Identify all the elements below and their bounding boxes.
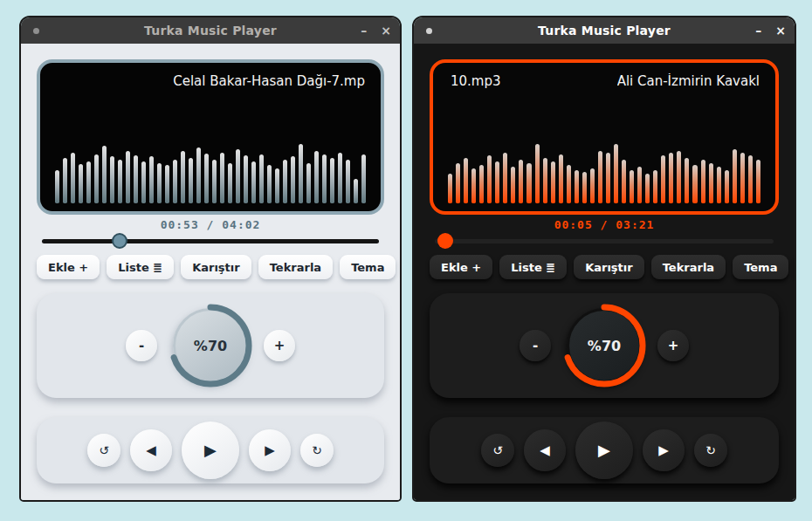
- window-menu-dot-icon[interactable]: [426, 28, 432, 34]
- seek-back-icon[interactable]: ↺: [481, 434, 514, 467]
- visualizer-bars: [55, 142, 366, 203]
- playlist-button[interactable]: Liste ≣: [107, 255, 174, 279]
- volume-panel: - %70 +: [430, 293, 779, 398]
- song-title: Ali Can-İzmirin Kavakl: [617, 73, 760, 89]
- add-file-button[interactable]: Ekle +: [37, 255, 100, 279]
- player-body: Celal Bakar-Hasan Dağı-7.mp 00:53 / 04:0…: [21, 44, 400, 502]
- moon-icon[interactable]: ☾: [795, 255, 796, 279]
- volume-arc: [561, 303, 647, 388]
- music-player-window-dark: Turka Music Player – × 10.mp3 Ali Can-İz…: [412, 16, 796, 502]
- theme-button[interactable]: Tema: [340, 255, 396, 279]
- shuffle-button[interactable]: Karıştır: [574, 255, 644, 279]
- playback-panel: ↺ ◀ ▶ ▶ ↻: [37, 417, 384, 483]
- song-title: Celal Bakar-Hasan Dağı-7.mp: [173, 73, 365, 89]
- progress-track[interactable]: [42, 239, 379, 243]
- current-filename: 10.mp3: [451, 73, 501, 89]
- progress-handle[interactable]: [112, 233, 127, 249]
- volume-up-button[interactable]: +: [264, 330, 295, 361]
- progress-slider[interactable]: [435, 232, 774, 250]
- playlist-button[interactable]: Liste ≣: [499, 255, 567, 279]
- toolbar: Ekle + Liste ≣ Karıştır Tekrarla Tema ☀: [37, 255, 384, 279]
- titlebar[interactable]: Turka Music Player – ×: [21, 17, 400, 44]
- playback-panel: ↺ ◀ ▶ ▶ ↻: [430, 417, 779, 483]
- volume-panel: - %70 +: [37, 293, 384, 398]
- volume-up-button[interactable]: +: [657, 330, 689, 361]
- visualizer-bars: [448, 142, 760, 203]
- seek-forward-icon[interactable]: ↻: [694, 434, 727, 467]
- volume-dial[interactable]: %70: [561, 303, 647, 388]
- play-icon[interactable]: ▶: [182, 422, 239, 479]
- next-track-icon[interactable]: ▶: [643, 429, 685, 471]
- next-track-icon[interactable]: ▶: [249, 429, 291, 471]
- volume-down-button[interactable]: -: [520, 330, 551, 361]
- toolbar: Ekle + Liste ≣ Karıştır Tekrarla Tema ☾: [430, 255, 779, 279]
- volume-down-button[interactable]: -: [126, 330, 157, 361]
- previous-track-icon[interactable]: ◀: [130, 429, 172, 471]
- time-display: 00:05 / 03:21: [430, 218, 779, 232]
- player-body: 10.mp3 Ali Can-İzmirin Kavakl 00:05 / 03…: [414, 44, 795, 502]
- time-display: 00:53 / 04:02: [37, 218, 384, 232]
- seek-forward-icon[interactable]: ↻: [300, 434, 334, 467]
- close-button[interactable]: ×: [381, 24, 391, 37]
- music-player-window-light: Turka Music Player – × Celal Bakar-Hasan…: [19, 16, 402, 502]
- volume-arc: [168, 303, 253, 388]
- progress-handle[interactable]: [437, 233, 453, 249]
- close-button[interactable]: ×: [775, 24, 786, 37]
- progress-track[interactable]: [435, 239, 774, 243]
- audio-visualizer: Celal Bakar-Hasan Dağı-7.mp: [37, 59, 384, 215]
- progress-slider[interactable]: [42, 232, 379, 250]
- shuffle-button[interactable]: Karıştır: [181, 255, 251, 279]
- titlebar[interactable]: Turka Music Player – ×: [414, 17, 795, 44]
- theme-button[interactable]: Tema: [733, 255, 788, 279]
- minimize-button[interactable]: –: [361, 24, 367, 37]
- volume-dial[interactable]: %70: [168, 303, 253, 388]
- previous-track-icon[interactable]: ◀: [524, 429, 566, 471]
- repeat-button[interactable]: Tekrarla: [258, 255, 333, 279]
- window-menu-dot-icon[interactable]: [33, 28, 39, 34]
- repeat-button[interactable]: Tekrarla: [651, 255, 726, 279]
- minimize-button[interactable]: –: [755, 24, 761, 37]
- window-title: Turka Music Player: [144, 24, 277, 38]
- add-file-button[interactable]: Ekle +: [430, 255, 492, 279]
- window-title: Turka Music Player: [538, 24, 671, 38]
- seek-back-icon[interactable]: ↺: [87, 434, 120, 467]
- audio-visualizer: 10.mp3 Ali Can-İzmirin Kavakl: [430, 59, 779, 215]
- play-icon[interactable]: ▶: [575, 422, 633, 479]
